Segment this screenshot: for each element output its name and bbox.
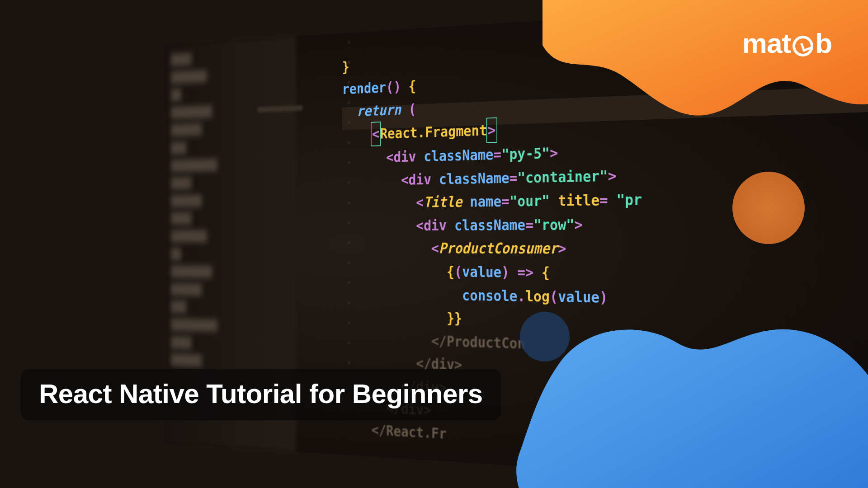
code-token: }}	[447, 310, 462, 326]
code-token: (	[454, 263, 462, 280]
decoration-blue-blob	[479, 271, 868, 488]
brand-clock-icon	[793, 36, 813, 56]
code-token: ()	[386, 79, 401, 95]
code-token: title	[558, 192, 599, 209]
code-token: <div	[416, 217, 454, 234]
code-token	[462, 193, 470, 210]
code-token: "our"	[509, 192, 550, 209]
cursor-highlight: <	[371, 122, 381, 146]
code-token: >	[575, 216, 583, 233]
code-token: <div	[401, 171, 439, 188]
code-token: return	[357, 101, 401, 119]
code-token: =	[525, 216, 533, 234]
code-token: "container"	[517, 167, 608, 186]
decoration-orange-blob	[542, 0, 868, 145]
code-token: ProductConsumer	[439, 240, 558, 257]
code-token: (	[401, 101, 416, 117]
code-token: render	[342, 79, 386, 97]
code-token: =	[501, 193, 509, 210]
code-token: >	[608, 167, 617, 184]
code-token: className	[424, 146, 493, 164]
code-token: name	[470, 193, 501, 210]
code-token: className	[439, 169, 509, 188]
code-token: "py-5"	[501, 145, 550, 163]
code-token: }	[342, 58, 349, 75]
code-token: =	[599, 192, 608, 209]
code-token: >	[550, 144, 558, 161]
code-token: Title	[424, 193, 462, 211]
blurred-sidebar-text: ████████████████████████████████████████…	[171, 49, 217, 371]
code-token: {	[447, 263, 454, 280]
code-token: <	[416, 194, 424, 211]
code-token: <	[431, 240, 439, 256]
code-token: >	[488, 122, 495, 139]
code-token: <div	[386, 148, 424, 165]
brand-text-suffix: b	[815, 27, 832, 59]
code-token: className	[454, 216, 525, 234]
code-token	[550, 192, 558, 209]
code-token: =	[494, 146, 502, 163]
cursor-highlight: >	[486, 117, 497, 143]
code-token: <	[372, 126, 379, 142]
code-token: "pr	[608, 191, 642, 208]
code-token-dim: </React.Fr	[371, 422, 447, 442]
thumbnail-canvas: ████████████████████████████████████████…	[0, 0, 868, 488]
brand-text-prefix: mat	[742, 27, 791, 59]
code-token: {	[401, 78, 416, 95]
thumbnail-title: React Native Tutorial for Beginners	[21, 369, 501, 420]
code-token: "row"	[533, 216, 575, 233]
code-token: >	[558, 240, 566, 257]
code-token: React.Fragment	[380, 122, 487, 142]
code-token: =	[509, 169, 518, 186]
brand-logo: mat b	[742, 27, 832, 59]
decoration-orange-dot	[732, 172, 805, 244]
